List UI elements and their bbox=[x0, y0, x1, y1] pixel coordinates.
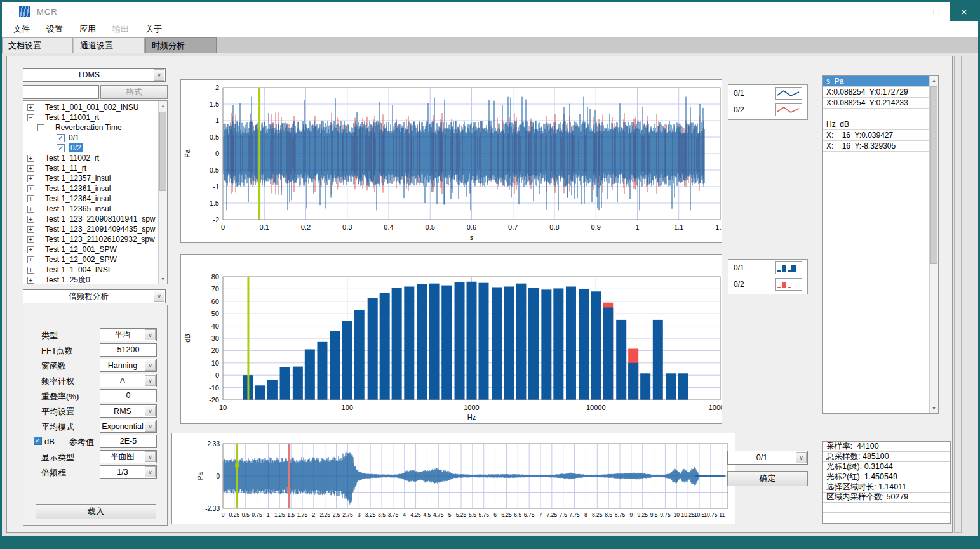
readout-row[interactable]: X:0.088254 Y:0.214233 bbox=[823, 98, 929, 109]
collapse-icon[interactable]: − bbox=[37, 124, 44, 131]
minimize-button[interactable]: – bbox=[894, 2, 922, 21]
expand-icon[interactable]: + bbox=[27, 226, 34, 233]
tree-scrollbar[interactable]: ▲ ▼ bbox=[158, 101, 167, 284]
display-type-value: 平面图 bbox=[102, 451, 144, 463]
readout-row[interactable]: Hz dB bbox=[823, 119, 929, 130]
svg-text:0.5: 0.5 bbox=[210, 133, 219, 141]
field-label-average-setting: 平均设置 bbox=[41, 406, 74, 418]
format-button[interactable]: 格式 bbox=[100, 85, 168, 99]
expand-icon[interactable]: + bbox=[27, 206, 34, 213]
tree-item[interactable]: +Test 1_1_004_INSI bbox=[23, 265, 158, 275]
menu-item-about[interactable]: 关于 bbox=[145, 23, 162, 35]
menu-item-file[interactable]: 文件 bbox=[13, 23, 30, 35]
expand-icon[interactable]: + bbox=[27, 195, 34, 202]
fft-points-input[interactable]: 51200 bbox=[100, 343, 157, 357]
db-reference-input[interactable]: 2E-5 bbox=[100, 435, 157, 448]
scroll-up-icon[interactable]: ▲ bbox=[159, 101, 167, 110]
scroll-down-icon[interactable]: ▼ bbox=[930, 404, 938, 413]
svg-text:10000: 10000 bbox=[586, 404, 606, 411]
time-waveform-chart[interactable]: -2-1.5-1-0.500.511.5200.10.20.30.40.50.6… bbox=[180, 79, 722, 243]
expand-icon[interactable]: + bbox=[27, 155, 34, 162]
menu-item-apply[interactable]: 应用 bbox=[79, 23, 96, 35]
readout-scrollbar[interactable]: ▲ ▼ bbox=[929, 76, 938, 413]
octave-select[interactable]: 1/3∨ bbox=[100, 465, 157, 479]
tree-item[interactable]: +Test 1_12357_insul bbox=[23, 173, 158, 183]
expand-icon[interactable]: + bbox=[27, 216, 34, 223]
tree-item[interactable]: +Test 1_123_211026102932_spw bbox=[23, 234, 158, 244]
expand-icon[interactable]: + bbox=[27, 267, 34, 274]
window-function-select[interactable]: Hanning∨ bbox=[100, 359, 157, 372]
svg-text:2.75: 2.75 bbox=[342, 512, 353, 518]
expand-icon[interactable]: + bbox=[27, 165, 34, 172]
readout-row[interactable] bbox=[823, 152, 929, 162]
close-button[interactable]: × bbox=[950, 2, 978, 21]
tree-item[interactable]: +Test 1_25度0 bbox=[23, 275, 158, 284]
app-logo-icon bbox=[19, 6, 30, 17]
expand-icon[interactable]: + bbox=[27, 175, 34, 182]
scroll-up-icon[interactable]: ▲ bbox=[930, 76, 938, 85]
file-format-select[interactable]: TDMS ∨ bbox=[23, 68, 166, 82]
tree-item[interactable]: +Test 1_123_210908101941_spw bbox=[23, 214, 158, 224]
svg-text:4.25: 4.25 bbox=[410, 512, 421, 518]
filter-input[interactable] bbox=[23, 85, 99, 99]
tree-item[interactable]: +Test 1_123_210914094435_spw bbox=[23, 224, 158, 234]
expand-icon[interactable]: + bbox=[27, 104, 34, 111]
readout-row[interactable]: X: 16 Y:0.039427 bbox=[823, 130, 929, 141]
frequency-weighting-select[interactable]: A∨ bbox=[100, 374, 157, 387]
svg-text:60: 60 bbox=[211, 298, 219, 305]
tree-item[interactable]: +Test 1_11002_rt bbox=[23, 153, 158, 163]
svg-text:-2: -2 bbox=[213, 216, 219, 223]
overview-waveform-chart[interactable]: 2.330-2.3300.250.50.7511.251.51.7522.252… bbox=[171, 433, 735, 524]
tree-item[interactable]: +Test 1_12365_insul bbox=[23, 204, 158, 214]
tree-item[interactable]: +Test 1_11_rt bbox=[23, 163, 158, 173]
overlap-percent-input[interactable]: 0 bbox=[100, 389, 157, 402]
db-checkbox[interactable]: ✓ bbox=[34, 437, 42, 445]
menu-item-settings[interactable]: 设置 bbox=[46, 23, 63, 35]
tree-item-label: Test 1_11_rt bbox=[45, 164, 86, 173]
readout-row[interactable]: X:0.088254 Y:0.172729 bbox=[823, 87, 929, 98]
tree-item[interactable]: ✓0/1 bbox=[23, 133, 158, 143]
readout-row[interactable] bbox=[823, 109, 929, 119]
tree-scrollbar-thumb[interactable] bbox=[159, 112, 166, 191]
tree-item-label: Test 1_123_210908101941_spw bbox=[45, 215, 155, 223]
tree-item[interactable]: +Test 1_12_001_SPW bbox=[23, 244, 158, 255]
expand-icon[interactable]: + bbox=[27, 256, 34, 263]
channel-select[interactable]: 0/1 ∨ bbox=[727, 451, 808, 465]
expand-icon[interactable]: + bbox=[27, 277, 34, 284]
tree-item[interactable]: +Test 1_12364_insul bbox=[23, 194, 158, 204]
channel-select-value: 0/1 bbox=[729, 451, 795, 464]
channel-checkbox[interactable]: ✓ bbox=[57, 134, 65, 142]
maximize-button[interactable]: □ bbox=[922, 2, 950, 21]
scroll-down-icon[interactable]: ▼ bbox=[159, 274, 167, 284]
readout-scrollbar-thumb[interactable] bbox=[930, 86, 937, 264]
tree-item[interactable]: −Reverberation Time bbox=[23, 122, 158, 133]
type-select[interactable]: 平均∨ bbox=[100, 328, 157, 341]
analysis-type-select[interactable]: 倍频程分析 ∨ bbox=[23, 289, 166, 303]
channel-checkbox[interactable]: ✓ bbox=[57, 144, 65, 152]
svg-text:2.5: 2.5 bbox=[333, 512, 340, 518]
collapse-icon[interactable]: − bbox=[27, 114, 34, 121]
svg-text:2.25: 2.25 bbox=[319, 512, 330, 518]
right-scroll-strip[interactable] bbox=[954, 56, 962, 533]
confirm-button[interactable]: 确定 bbox=[727, 471, 808, 486]
tree-item[interactable]: +Test 1_12361_insul bbox=[23, 183, 158, 194]
tree-item[interactable]: ✓0/2 bbox=[23, 143, 158, 153]
display-type-select[interactable]: 平面图∨ bbox=[100, 450, 157, 463]
menu-item-output[interactable]: 输出 bbox=[112, 23, 129, 35]
expand-icon[interactable]: + bbox=[27, 246, 34, 253]
tab-document-settings[interactable]: 文档设置 bbox=[2, 37, 73, 53]
expand-icon[interactable]: + bbox=[27, 236, 34, 243]
readout-header[interactable]: s Pa bbox=[823, 76, 929, 87]
load-button[interactable]: 载入 bbox=[36, 504, 156, 519]
expand-icon[interactable]: + bbox=[27, 185, 34, 192]
title-bar: MCR – □ × bbox=[2, 2, 978, 21]
tab-channel-settings[interactable]: 通道设置 bbox=[74, 37, 145, 53]
readout-row[interactable]: X: 16 Y:-8.329305 bbox=[823, 141, 929, 152]
average-setting-select[interactable]: RMS∨ bbox=[100, 404, 157, 418]
tree-item[interactable]: +Test 1_12_002_SPW bbox=[23, 255, 158, 265]
octave-spectrum-chart[interactable]: 80706050403020100-10-2010100100010000100… bbox=[180, 254, 722, 424]
average-mode-select[interactable]: Exponential∨ bbox=[100, 420, 157, 433]
tab-time-frequency-analysis[interactable]: 时频分析 bbox=[145, 37, 217, 53]
tree-item[interactable]: −Test 1_11001_rt bbox=[23, 112, 158, 122]
tree-item[interactable]: +Test 1_001_001_002_INSU bbox=[23, 102, 158, 112]
